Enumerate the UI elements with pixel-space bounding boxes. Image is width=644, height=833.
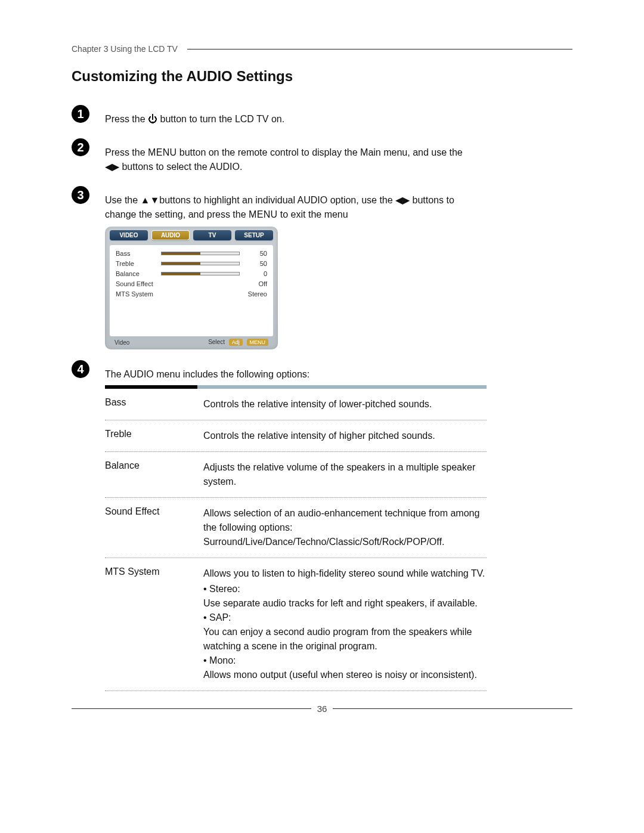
option-name: Balance xyxy=(105,460,203,489)
osd-row-label: Balance xyxy=(116,270,157,277)
osd-row: Sound Effect Off xyxy=(116,280,267,287)
osd-row: Bass 50 xyxy=(116,250,267,257)
osd-row: MTS System Stereo xyxy=(116,290,267,298)
option-name: Treble xyxy=(105,429,203,443)
option-row: Treble Controls the relative intensity o… xyxy=(105,420,487,452)
osd-row-value: Stereo xyxy=(243,290,267,298)
osd-row-value: 50 xyxy=(243,260,267,267)
text: Press the xyxy=(105,147,148,157)
menu-key: MENU xyxy=(249,209,277,219)
osd-row-value: 50 xyxy=(243,250,267,257)
option-desc: Allows selection of an audio-enhancement… xyxy=(203,506,487,549)
text: The xyxy=(105,369,123,379)
page-title: Customizing the AUDIO Settings xyxy=(72,68,572,85)
osd-panel: VIDEO AUDIO TV SETUP Bass 50 Treble 50 xyxy=(105,227,278,349)
power-icon: ⏻ xyxy=(148,114,157,124)
bullet-label: Mono: xyxy=(209,655,236,665)
bullet-label: SAP: xyxy=(209,612,231,623)
footer-rule xyxy=(72,708,311,709)
osd-slider xyxy=(161,262,240,265)
osd-footer-left: Video xyxy=(114,339,129,346)
text: Press the xyxy=(105,114,148,124)
text: button on the remote control to display … xyxy=(177,147,462,157)
text: to exit the menu xyxy=(277,209,348,219)
option-row: Bass Controls the relative intensity of … xyxy=(105,389,487,420)
step-4: 4 The AUDIO menu includes the following … xyxy=(72,360,572,382)
osd-row-value: 0 xyxy=(243,270,267,277)
osd-slider xyxy=(161,252,240,255)
steps-list: 1 Press the ⏻ button to turn the LCD TV … xyxy=(72,105,572,382)
step-text: Press the ⏻ button to turn the LCD TV on… xyxy=(105,105,284,126)
option-desc: Adjusts the relative volume of the speak… xyxy=(203,460,487,489)
step-number: 2 xyxy=(72,138,89,156)
step-3: 3 Use the ▲▼buttons to highlight an indi… xyxy=(72,186,572,222)
step-number: 3 xyxy=(72,186,89,204)
osd-row-label: Treble xyxy=(116,260,157,267)
page-footer: 36 xyxy=(72,704,572,714)
left-right-icon: ◀▶ xyxy=(105,162,119,172)
step-number: 1 xyxy=(72,105,89,123)
step-text: The AUDIO menu includes the following op… xyxy=(105,360,309,382)
audio-key: AUDIO xyxy=(209,162,240,172)
osd-row-value: Off xyxy=(243,280,267,287)
osd-footer-menu: MENU xyxy=(247,339,269,346)
chapter-header: Chapter 3 Using the LCD TV xyxy=(72,44,572,54)
option-desc: Controls the relative intensity of highe… xyxy=(203,429,487,443)
osd-row-label: Sound Effect xyxy=(116,280,157,287)
option-row: Sound Effect Allows selection of an audi… xyxy=(105,498,487,558)
option-name: Bass xyxy=(105,397,203,411)
osd-row-label: MTS System xyxy=(116,290,157,298)
text: Use the xyxy=(105,195,141,205)
text: buttons to highlight an individual AUDIO… xyxy=(159,195,395,205)
option-name: Sound Effect xyxy=(105,506,203,549)
bullet-text: Allows mono output (useful when stereo i… xyxy=(203,670,477,680)
options-header-bar xyxy=(105,385,487,389)
osd-row: Balance 0 xyxy=(116,270,267,277)
options-table: Bass Controls the relative intensity of … xyxy=(105,389,487,691)
manual-page: Chapter 3 Using the LCD TV Customizing t… xyxy=(0,0,644,833)
step-number: 4 xyxy=(72,360,89,378)
header-rule xyxy=(187,49,572,49)
page-number: 36 xyxy=(311,704,333,714)
bullet-text: You can enjoy a second audio program fro… xyxy=(203,627,472,651)
option-desc: Controls the relative intensity of lower… xyxy=(203,397,487,411)
osd-footer: Video Select Adj MENU xyxy=(110,336,273,349)
osd-row: Treble 50 xyxy=(116,260,267,267)
audio-key: AUDIO xyxy=(123,369,154,379)
chapter-label: Chapter 3 Using the LCD TV xyxy=(72,44,178,54)
step-text: Use the ▲▼buttons to highlight an indivi… xyxy=(105,186,463,222)
up-down-icon: ▲▼ xyxy=(141,195,160,205)
text: menu includes the following options: xyxy=(154,369,310,379)
osd-footer-adj: Adj xyxy=(229,339,243,346)
bullet-text: Use separate audio tracks for left and r… xyxy=(203,598,478,608)
tab-setup: SETUP xyxy=(235,230,273,240)
text: button to turn the LCD TV on. xyxy=(157,114,284,124)
bullet-label: Stereo: xyxy=(209,584,240,594)
step-text: Press the MENU button on the remote cont… xyxy=(105,138,463,174)
option-name: MTS System xyxy=(105,566,203,682)
option-desc: Allows you to listen to high-fidelity st… xyxy=(203,566,487,682)
tab-video: VIDEO xyxy=(110,230,148,240)
left-right-icon: ◀▶ xyxy=(395,195,410,205)
footer-rule xyxy=(333,708,572,709)
option-row: MTS System Allows you to listen to high-… xyxy=(105,558,487,691)
text: . xyxy=(240,162,242,172)
osd-row-label: Bass xyxy=(116,250,157,257)
osd-screenshot: VIDEO AUDIO TV SETUP Bass 50 Treble 50 xyxy=(105,227,572,349)
step-2: 2 Press the MENU button on the remote co… xyxy=(72,138,572,174)
step-1: 1 Press the ⏻ button to turn the LCD TV … xyxy=(72,105,572,126)
osd-slider xyxy=(161,272,240,275)
osd-footer-right: Select Adj MENU xyxy=(208,339,268,346)
menu-key: MENU xyxy=(148,147,177,157)
text: buttons to select the xyxy=(119,162,209,172)
option-row: Balance Adjusts the relative volume of t… xyxy=(105,452,487,498)
osd-body: Bass 50 Treble 50 Balance 0 xyxy=(110,245,273,336)
tab-tv: TV xyxy=(193,230,231,240)
tab-audio: AUDIO xyxy=(151,230,190,240)
option-desc-text: Allows you to listen to high-fidelity st… xyxy=(203,568,485,578)
osd-footer-select: Select xyxy=(208,339,225,345)
osd-tabs: VIDEO AUDIO TV SETUP xyxy=(110,230,273,240)
